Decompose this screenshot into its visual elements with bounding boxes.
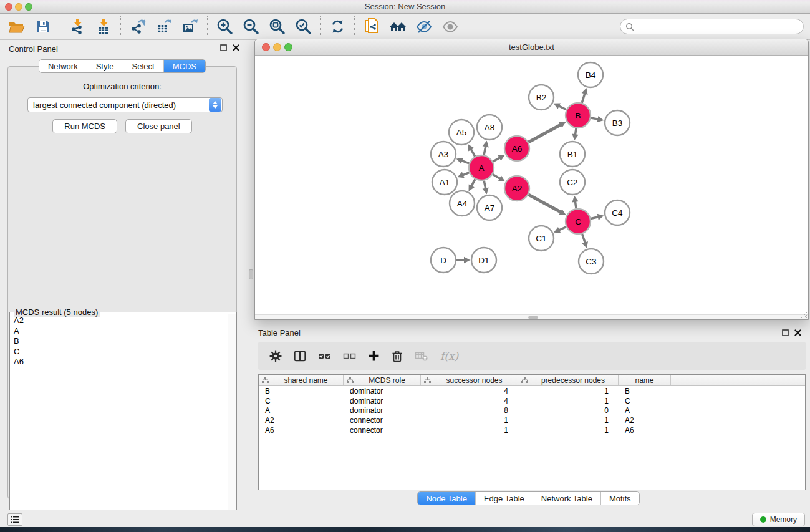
column-header-MCDS-role[interactable]: MCDS role bbox=[344, 375, 421, 385]
result-scrollbar[interactable] bbox=[228, 314, 236, 524]
graph-node-label: B bbox=[575, 111, 581, 120]
import-network-icon[interactable] bbox=[68, 17, 87, 36]
table-cell: 4 bbox=[421, 396, 518, 406]
select-all-checks-icon[interactable] bbox=[318, 352, 331, 360]
resize-grip-icon[interactable] bbox=[800, 311, 808, 319]
graph-node-label: B4 bbox=[586, 70, 596, 80]
column-header-shared-name[interactable]: shared name bbox=[259, 375, 344, 385]
zoom-in-icon[interactable] bbox=[215, 17, 234, 36]
close-panel-icon[interactable] bbox=[233, 44, 239, 51]
table-row[interactable]: A6connector11A6 bbox=[259, 425, 805, 435]
memory-button[interactable]: Memory bbox=[752, 513, 805, 526]
table-panel: Table Panel bbox=[247, 324, 810, 509]
refresh-layout-icon[interactable] bbox=[328, 17, 347, 36]
mcds-result-item[interactable]: B bbox=[10, 336, 228, 347]
column-header-label: successor nodes bbox=[431, 376, 518, 385]
show-all-icon[interactable] bbox=[441, 17, 460, 36]
table-settings-icon[interactable] bbox=[269, 350, 282, 362]
function-builder-icon[interactable]: f(x) bbox=[440, 350, 458, 362]
table-tab-motifs[interactable]: Motifs bbox=[601, 492, 639, 505]
graph-node-label: D1 bbox=[478, 256, 489, 265]
export-network-icon[interactable] bbox=[128, 17, 147, 36]
column-type-icon bbox=[262, 377, 269, 384]
graph-edge-C-C1[interactable] bbox=[558, 227, 566, 231]
graph-edge-A-A5[interactable] bbox=[471, 148, 475, 157]
table-tab-network-table[interactable]: Network Table bbox=[533, 492, 601, 505]
column-header-name[interactable]: name bbox=[619, 375, 671, 385]
criterion-dropdown[interactable]: largest connected component (directed) bbox=[27, 97, 223, 112]
network-hscroll-thumb[interactable] bbox=[528, 316, 538, 319]
graph-edge-C-C4[interactable] bbox=[591, 217, 599, 219]
tab-select[interactable]: Select bbox=[123, 60, 164, 72]
table-cell: A bbox=[259, 405, 344, 415]
tab-network[interactable]: Network bbox=[39, 60, 87, 72]
network-hscrollbar[interactable] bbox=[255, 314, 808, 319]
table-tab-edge-table[interactable]: Edge Table bbox=[476, 492, 533, 505]
save-session-icon[interactable] bbox=[34, 17, 52, 36]
graph-edge-A-A4[interactable] bbox=[471, 179, 475, 186]
add-column-icon[interactable] bbox=[368, 350, 380, 362]
table-tab-node-table[interactable]: Node Table bbox=[418, 492, 476, 505]
open-session-icon[interactable] bbox=[7, 17, 26, 36]
table-cell: dominator bbox=[344, 386, 421, 396]
mcds-result-item[interactable]: C bbox=[10, 347, 228, 357]
float-panel-icon[interactable] bbox=[220, 44, 227, 51]
task-history-button[interactable] bbox=[7, 513, 22, 526]
duplicate-network-icon[interactable] bbox=[362, 17, 381, 36]
graph-edge-A6-B[interactable] bbox=[528, 124, 561, 142]
graph-edge-B-B2[interactable] bbox=[558, 105, 566, 110]
table-tabs: Node TableEdge TableNetwork TableMotifs bbox=[247, 491, 810, 505]
graph-node-label: D bbox=[440, 256, 446, 265]
table-cell: C bbox=[619, 396, 671, 406]
table-row[interactable]: A2connector11A2 bbox=[259, 415, 805, 425]
optimization-criterion-label: Optimization criterion: bbox=[8, 82, 236, 91]
network-window-title: testGlobe.txt bbox=[255, 42, 808, 52]
delete-table-icon[interactable] bbox=[415, 351, 428, 362]
table-row[interactable]: Cdominator41C bbox=[259, 396, 805, 406]
list-icon bbox=[10, 515, 20, 524]
network-graph[interactable]: B4B2BB3B1A5A8A6A3AA1A2A4A7C2C4CC1C3DD1 bbox=[255, 56, 808, 316]
splitter-thumb[interactable] bbox=[249, 269, 253, 279]
criterion-value: largest connected component (directed) bbox=[28, 100, 209, 110]
column-header-successor-nodes[interactable]: successor nodes bbox=[421, 375, 518, 385]
table-row[interactable]: Adominator80A bbox=[259, 405, 805, 415]
tab-style[interactable]: Style bbox=[87, 60, 123, 72]
search-input[interactable] bbox=[634, 22, 803, 31]
table-row[interactable]: Bdominator41B bbox=[259, 386, 805, 396]
tab-mcds[interactable]: MCDS bbox=[164, 60, 205, 72]
run-mcds-button[interactable]: Run MCDS bbox=[52, 119, 117, 133]
delete-column-icon[interactable] bbox=[392, 350, 403, 362]
graph-edge-A-A8[interactable] bbox=[484, 145, 486, 155]
export-table-icon[interactable] bbox=[155, 17, 173, 36]
float-table-panel-icon[interactable] bbox=[782, 329, 789, 336]
column-header-label: shared name bbox=[269, 376, 343, 385]
graph-edge-C-C3[interactable] bbox=[582, 234, 586, 244]
mcds-result-list[interactable]: A2ABCA6 bbox=[10, 316, 228, 523]
graph-edge-A2-C[interactable] bbox=[528, 195, 561, 213]
zoom-fit-icon[interactable] bbox=[268, 17, 286, 36]
graph-edge-B-B4[interactable] bbox=[582, 93, 585, 103]
graph-edge-A-A2[interactable] bbox=[493, 175, 501, 179]
graph-edge-A-A7[interactable] bbox=[484, 181, 486, 190]
mcds-result-item[interactable]: A2 bbox=[10, 316, 228, 326]
node-table-header: shared nameMCDS rolesuccessor nodesprede… bbox=[259, 375, 805, 386]
mcds-result-item[interactable]: A6 bbox=[10, 357, 228, 367]
network-window-titlebar[interactable]: testGlobe.txt bbox=[255, 39, 808, 56]
home-view-icon[interactable] bbox=[388, 17, 407, 36]
zoom-selected-icon[interactable] bbox=[294, 17, 312, 36]
export-image-icon[interactable] bbox=[181, 17, 200, 36]
graph-edge-A-A6[interactable] bbox=[493, 157, 500, 162]
zoom-out-icon[interactable] bbox=[241, 17, 260, 36]
control-panel-tabs: NetworkStyleSelectMCDS bbox=[0, 59, 244, 73]
mcds-result-item[interactable]: A bbox=[10, 326, 228, 337]
clear-all-checks-icon[interactable] bbox=[343, 352, 356, 360]
network-canvas[interactable]: B4B2BB3B1A5A8A6A3AA1A2A4A7C2C4CC1C3DD1 bbox=[255, 56, 808, 319]
import-table-icon[interactable] bbox=[94, 17, 113, 36]
graph-edge-A-A3[interactable] bbox=[461, 160, 469, 163]
column-header-predecessor-nodes[interactable]: predecessor nodes bbox=[518, 375, 619, 385]
toolbar-search[interactable] bbox=[620, 19, 804, 34]
show-column-icon[interactable] bbox=[294, 351, 306, 362]
close-table-panel-icon[interactable] bbox=[794, 329, 801, 336]
close-panel-button[interactable]: Close panel bbox=[125, 119, 192, 133]
hide-selected-icon[interactable] bbox=[415, 17, 433, 36]
